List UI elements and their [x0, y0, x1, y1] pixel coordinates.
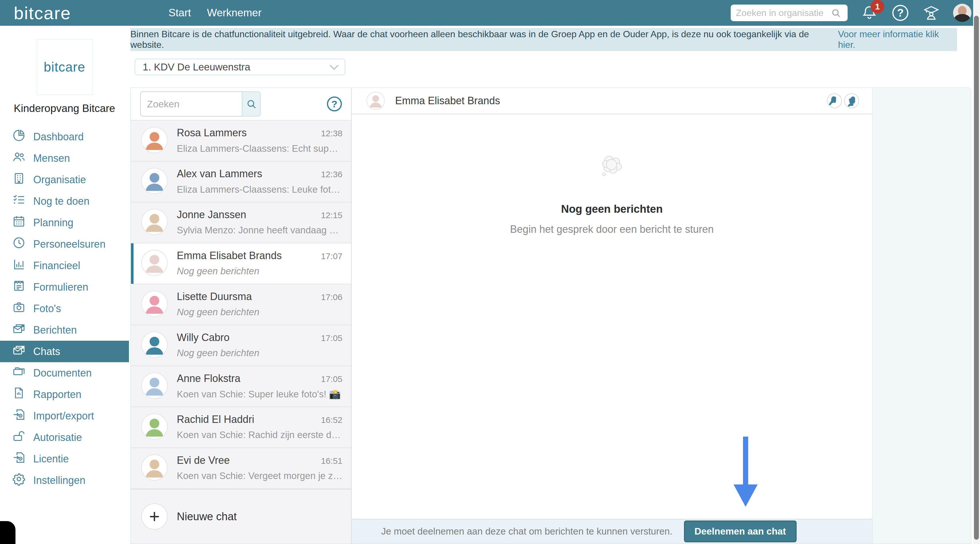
sidebar-item-planning[interactable]: Planning: [0, 212, 129, 233]
chat-item-anne-flokstra[interactable]: Anne Flokstra17:05 Koen van Schie: Super…: [131, 366, 351, 407]
messages-icon: [12, 322, 33, 338]
sidebar-item-autorisatie[interactable]: Autorisatie: [0, 427, 129, 448]
female-profile-avatar[interactable]: [844, 94, 859, 108]
chat-item-willy-cabro[interactable]: Willy Cabro17:05 Nog geen berichten: [131, 325, 351, 366]
sidebar-item-label: Berichten: [33, 324, 77, 336]
top-right-cluster: 1 ?: [731, 0, 971, 26]
chat-list-search-row: ?: [131, 88, 351, 120]
chat-item-lisette-duursma[interactable]: Lisette Duursma17:06 Nog geen berichten: [131, 284, 351, 325]
sidebar-item-personeelsuren[interactable]: Personeelsuren: [0, 233, 129, 255]
chat-time: 12:15: [321, 211, 342, 220]
chat-search-input[interactable]: [140, 91, 242, 117]
chat-time: 16:51: [321, 456, 342, 466]
sidebar: bitcare Kinderopvang Bitcare Dashboard M…: [0, 26, 129, 544]
sidebar-item-berichten[interactable]: Berichten: [0, 319, 129, 341]
help-button[interactable]: ?: [891, 4, 910, 22]
sidebar-item-documenten[interactable]: Documenten: [0, 362, 129, 384]
chat-preview: Nog geen berichten: [177, 347, 342, 358]
chat-item-alex-van-lammers[interactable]: Alex van Lammers12:36 Eliza Lammers-Claa…: [131, 162, 351, 202]
chat-preview: Koen van Schie: Super leuke foto's! 📸: [177, 389, 342, 400]
sidebar-item-label: Nog te doen: [33, 195, 89, 207]
chat-preview: Eliza Lammers-Claassens: Leuke foto's! 📸: [177, 184, 342, 195]
pie-chart-icon: [12, 128, 33, 145]
chat-search-button[interactable]: [242, 91, 261, 117]
empty-subtitle: Begin het gesprek door een bericht te st…: [440, 223, 784, 235]
sidebar-item-formulieren[interactable]: Formulieren: [0, 276, 129, 298]
chat-item-emma-elisabet-brands[interactable]: Emma Elisabet Brands17:07 Nog geen beric…: [131, 243, 351, 284]
chat-item-rosa-lammers[interactable]: Rosa Lammers12:38 Eliza Lammers-Claassen…: [131, 121, 351, 162]
building-icon: [12, 171, 33, 188]
sidebar-item-mensen[interactable]: Mensen: [0, 147, 129, 169]
people-icon: [12, 150, 33, 167]
avatar: [141, 209, 168, 235]
male-profile-avatar[interactable]: [827, 94, 842, 108]
sidebar-item-nog-te-doen[interactable]: Nog te doen: [0, 190, 129, 212]
chat-name: Emma Elisabet Brands: [177, 250, 282, 262]
chat-time: 17:05: [321, 333, 342, 343]
chat-time: 17:06: [321, 292, 342, 302]
sidebar-item-label: Mensen: [33, 152, 70, 164]
sidebar-item-label: Planning: [33, 217, 73, 229]
license-icon: [12, 450, 33, 467]
corner-overlay: [0, 521, 16, 544]
user-avatar[interactable]: [953, 4, 971, 22]
chevron-down-icon: [329, 61, 339, 70]
sidebar-menu: Dashboard Mensen Organisatie Nog te doen…: [0, 126, 129, 491]
chat-title-avatar: [366, 92, 385, 110]
chat-preview: Nog geen berichten: [177, 266, 342, 277]
chat-time: 16:52: [321, 415, 342, 425]
sidebar-item-dashboard[interactable]: Dashboard: [0, 126, 129, 147]
avatar: [141, 414, 168, 440]
chat-panel: Emma Elisabet Brands Nog geen berichten: [352, 88, 872, 543]
academy-button[interactable]: [922, 4, 940, 22]
top-nav: Start Werknemer: [169, 7, 262, 19]
sidebar-item-instellingen[interactable]: Instellingen: [0, 469, 129, 491]
org-logo: bitcare: [37, 39, 92, 95]
sidebar-item-chats[interactable]: Chats: [0, 341, 129, 362]
folder-icon: [12, 365, 33, 381]
sidebar-item-import-export[interactable]: Import/export: [0, 405, 129, 427]
chat-item-evi-de-vree[interactable]: Evi de Vree16:51 Koen van Schie: Vergeet…: [131, 448, 351, 489]
sidebar-item-label: Organisatie: [33, 174, 86, 186]
chat-preview: Eliza Lammers-Claassens: Echt super fijn…: [177, 143, 342, 154]
chat-name: Jonne Janssen: [177, 209, 246, 221]
academy-icon: [923, 4, 940, 21]
chat-item-rachid-el-haddri[interactable]: Rachid El Haddri16:52 Koen van Schie: Ra…: [131, 407, 351, 448]
chat-preview: Koen van Schie: Vergeet morgen je zwemkl…: [177, 470, 342, 481]
sidebar-item-licentie[interactable]: Licentie: [0, 448, 129, 469]
plus-icon: +: [141, 503, 168, 530]
sidebar-item-rapporten[interactable]: Rapporten: [0, 384, 129, 405]
banner-link[interactable]: Voor meer informatie klik hier.: [838, 29, 957, 50]
chat-item-jonne-janssen[interactable]: Jonne Janssen12:15 Sylvia Menzo: Jonne h…: [131, 202, 351, 243]
scrollbar-thumb[interactable]: [974, 16, 979, 540]
sidebar-item-organisatie[interactable]: Organisatie: [0, 169, 129, 190]
sidebar-item-label: Financieel: [33, 260, 80, 272]
notification-badge: 1: [870, 0, 884, 13]
chat-time: 12:36: [321, 170, 342, 179]
nav-werknemer[interactable]: Werknemer: [207, 7, 262, 19]
sidebar-item-financieel[interactable]: Financieel: [0, 255, 129, 276]
top-header: bitcare Start Werknemer 1 ?: [0, 0, 980, 26]
new-chat-label: Nieuwe chat: [177, 511, 237, 523]
location-dropdown[interactable]: 1. KDV De Leeuwenstra: [135, 59, 345, 75]
form-icon: [12, 279, 33, 295]
window-scrollbar: [973, 0, 980, 544]
notifications-button[interactable]: 1: [860, 4, 878, 22]
org-logo-text: bitcare: [43, 59, 85, 75]
join-chat-button[interactable]: Deelnemen aan chat: [684, 520, 797, 542]
chat-help-icon[interactable]: ?: [327, 97, 342, 111]
chat-participants: [827, 94, 859, 108]
sidebar-item-label: Formulieren: [33, 281, 88, 293]
clock-icon: [12, 236, 33, 252]
avatar: [141, 127, 168, 153]
chat-module: ? Rosa Lammers12:38 Eliza Lammers-Claass…: [130, 87, 971, 544]
new-chat-button[interactable]: + Nieuwe chat: [131, 489, 351, 543]
org-search-input[interactable]: [736, 8, 830, 18]
sidebar-item-fotos[interactable]: Foto's: [0, 298, 129, 319]
avatar: [141, 373, 168, 399]
chat-time: 17:07: [321, 251, 342, 261]
search-icon: [246, 98, 257, 109]
avatar: [141, 290, 168, 317]
thought-cloud-icon: [596, 151, 628, 183]
nav-start[interactable]: Start: [169, 7, 191, 19]
